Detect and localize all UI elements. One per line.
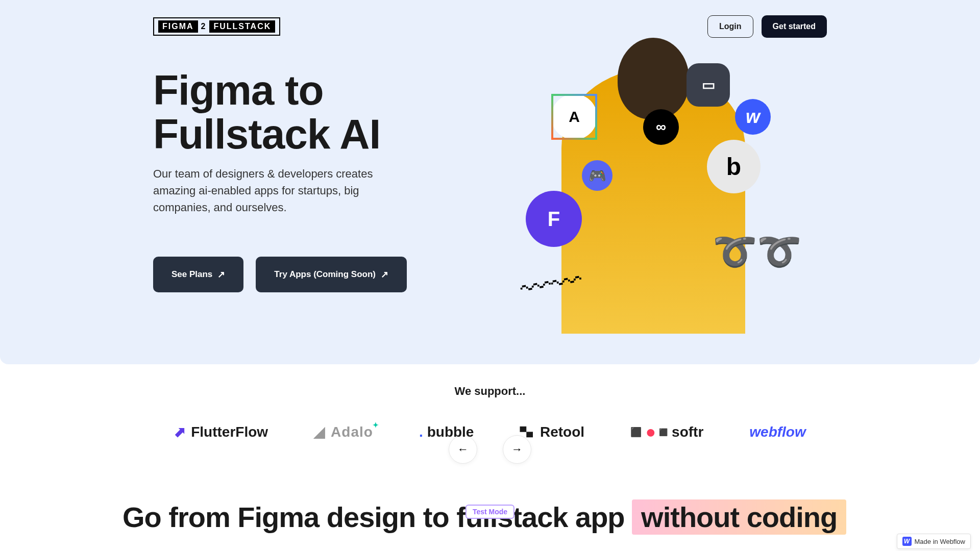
adalo-text: Adalo (331, 424, 373, 440)
hero-section: FIGMA 2 FULLSTACK Login Get started Figm… (0, 0, 980, 364)
logo-part-2: FULLSTACK (209, 20, 275, 33)
made-in-webflow-badge[interactable]: W Made in Webflow (897, 534, 971, 549)
framer-icon: F (526, 191, 582, 247)
heading-pre: Go from Figma design to fullstack app (122, 501, 632, 533)
navbar: FIGMA 2 FULLSTACK Login Get started (31, 15, 949, 38)
hero-subtitle: Our team of designers & developers creat… (153, 165, 398, 216)
softr-square-icon: ⬛ (659, 428, 668, 436)
discord-icon: 🎮 (582, 160, 612, 191)
hero-content: Figma to Fullstack AI Our team of design… (31, 68, 949, 334)
window-icon: ▭ (687, 63, 730, 107)
hero-buttons: See Plans ↗ Try Apps (Coming Soon) ↗ (153, 257, 439, 292)
try-apps-button[interactable]: Try Apps (Coming Soon) ↗ (256, 257, 407, 292)
adalo-dot-icon: ✦ (373, 421, 379, 429)
arrow-right-icon: → (511, 443, 523, 456)
tool-logo-carousel: FlutterFlow Adalo ✦ bubble Retool ⬤ ⬛ so… (0, 423, 980, 440)
heading-highlight: without coding (632, 499, 846, 535)
support-title: We support... (0, 385, 980, 398)
arrow-left-icon: ← (457, 443, 469, 456)
hero-illustration: A 🎮 F ∞ ▭ w b 〰〰 ➰➰ (480, 68, 827, 334)
webflow-circle-icon: w (735, 99, 771, 135)
logo-part-1: FIGMA (158, 20, 198, 33)
webflow-logo: webflow (749, 424, 805, 440)
login-button[interactable]: Login (707, 15, 753, 38)
softr-text: softr (672, 424, 703, 440)
webflow-badge-icon: W (902, 537, 912, 546)
try-apps-label: Try Apps (Coming Soon) (274, 269, 376, 280)
bold-b-icon: b (707, 140, 761, 193)
logo-middle: 2 (200, 22, 208, 31)
adalo-logo: Adalo ✦ (314, 423, 373, 440)
support-section: We support... FlutterFlow Adalo ✦ bubble… (0, 364, 980, 474)
softr-logo: ⬤ ⬛ softr (630, 424, 703, 440)
softr-dot-icon: ⬤ (647, 428, 655, 436)
see-plans-label: See Plans (172, 269, 212, 280)
hero-person-figure: A 🎮 F ∞ ▭ w b 〰〰 ➰➰ (561, 68, 745, 334)
retool-logo: Retool (520, 424, 584, 440)
headline-section: Test Mode Go from Figma design to fullst… (0, 474, 980, 535)
infinity-icon: ∞ (643, 109, 679, 145)
flutterflow-logo: FlutterFlow (174, 423, 268, 440)
get-started-button[interactable]: Get started (762, 15, 827, 38)
nav-actions: Login Get started (707, 15, 827, 38)
webflow-badge-text: Made in Webflow (915, 538, 965, 545)
arrow-up-right-icon: ↗ (217, 269, 225, 280)
decorative-squiggle-right: ➰➰ (713, 231, 801, 272)
site-logo[interactable]: FIGMA 2 FULLSTACK (153, 17, 280, 36)
test-mode-badge: Test Mode (465, 505, 514, 519)
arrow-up-right-icon: ↗ (381, 269, 388, 280)
algolia-icon: A (551, 94, 597, 140)
decorative-squiggle-left: 〰〰 (518, 263, 584, 308)
bubble-logo: bubble (419, 424, 474, 440)
see-plans-button[interactable]: See Plans ↗ (153, 257, 243, 292)
hero-title: Figma to Fullstack AI (153, 68, 439, 156)
hero-left: Figma to Fullstack AI Our team of design… (153, 68, 439, 334)
